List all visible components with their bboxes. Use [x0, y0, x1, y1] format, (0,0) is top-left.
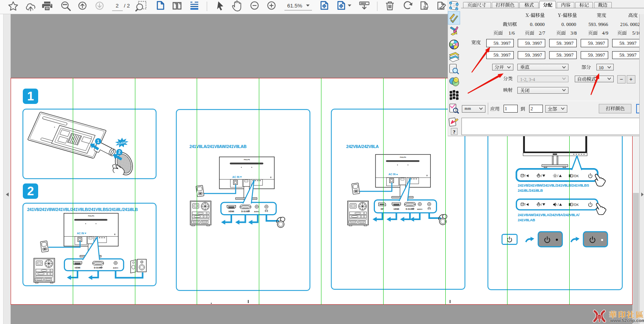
svg-text:D-SUB: D-SUB — [406, 208, 412, 210]
svg-text:HDMI: HDMI — [75, 267, 81, 269]
svg-text:241V8/241V8W/241V8L/241V8LB/24: 241V8/241V8W/241V8L/241V8LB/241V8LBS — [518, 183, 589, 187]
svg-text:PHILIPS: PHILIPS — [400, 156, 406, 158]
svg-text:HDMI: HDMI — [229, 210, 234, 213]
svg-text:1: 1 — [97, 139, 100, 144]
svg-text:241V8AW/241V8LA/242V8A/242V8LA: 241V8AW/241V8LA/242V8A/242V8LA/ — [518, 213, 579, 217]
svg-text:241i8L/241i8LB: 241i8L/241i8LB — [518, 189, 543, 193]
svg-text:AC IN: AC IN — [77, 232, 84, 235]
svg-text:/ 2: / 2 — [124, 3, 130, 9]
svg-text:D-SUB: D-SUB — [241, 210, 248, 213]
svg-text:2: 2 — [116, 3, 119, 9]
svg-text:AC IN: AC IN — [233, 176, 240, 178]
svg-text:AC IN: AC IN — [389, 173, 396, 176]
svg-text:HDMI: HDMI — [393, 208, 399, 210]
svg-text:241V8LA/241V8AW/241V8LAB: 241V8LA/241V8AW/241V8LAB — [190, 144, 247, 149]
svg-text:AUDIO: AUDIO — [113, 267, 118, 269]
svg-text:61.5%: 61.5% — [287, 3, 302, 9]
svg-text:AUDIO: AUDIO — [417, 208, 423, 210]
svg-text:/OK: /OK — [573, 174, 579, 178]
svg-text:2: 2 — [118, 150, 120, 154]
svg-text:PHILIPS: PHILIPS — [244, 159, 250, 161]
svg-text:241V8/241V8W/241V8L/241V8LB/24: 241V8/241V8W/241V8L/241V8LB/241V8LBS/241… — [27, 207, 138, 212]
svg-text:/OK: /OK — [573, 203, 579, 207]
svg-text:241V8LAB: 241V8LAB — [518, 218, 535, 222]
svg-text:242V8A/242V8LA: 242V8A/242V8LA — [346, 144, 379, 149]
svg-text:PHILIPS: PHILIPS — [88, 215, 94, 217]
svg-text:D-SUB: D-SUB — [94, 267, 101, 269]
